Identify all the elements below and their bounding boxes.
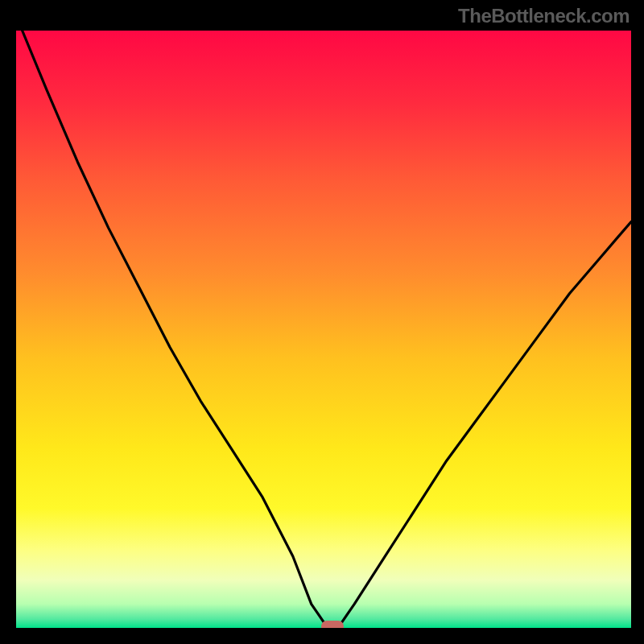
watermark-text: TheBottleneck.com	[458, 5, 630, 27]
plot-area	[16, 31, 631, 628]
bottleneck-curve	[16, 31, 631, 628]
optimum-marker	[321, 621, 344, 628]
